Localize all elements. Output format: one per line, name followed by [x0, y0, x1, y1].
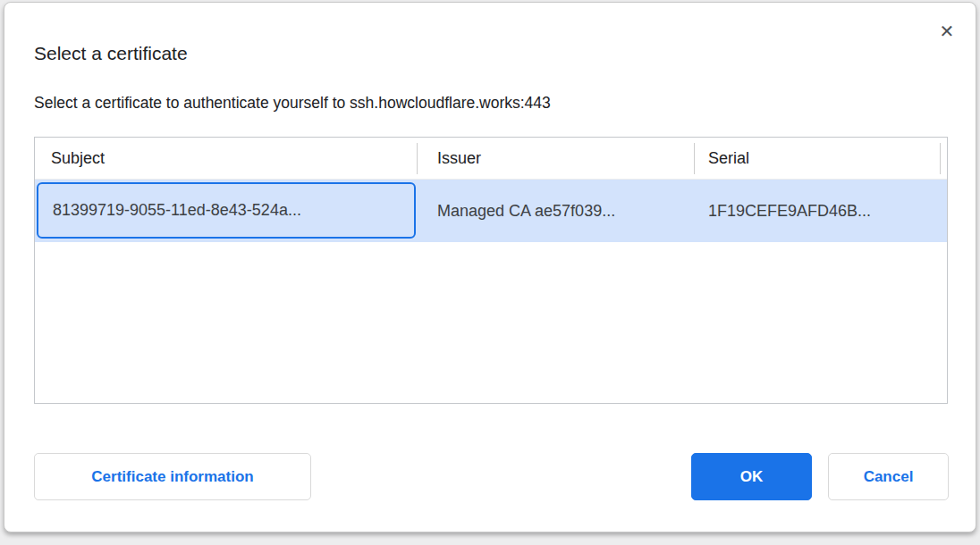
certificate-information-label: Certificate information	[91, 468, 253, 486]
table-row-certificate-selected[interactable]: 81399719-9055-11ed-8e43-524a... Managed …	[35, 180, 947, 242]
ok-label: OK	[740, 468, 764, 486]
cell-subject-focused[interactable]: 81399719-9055-11ed-8e43-524a...	[37, 182, 416, 239]
column-header-issuer: Issuer	[437, 138, 481, 180]
column-divider	[940, 143, 941, 174]
close-icon-glyph: ✕	[940, 19, 955, 44]
dialog-title: Select a certificate	[34, 43, 188, 64]
certificate-table: Subject Issuer Serial 81399719-9055-11ed…	[34, 137, 948, 404]
column-divider	[417, 143, 418, 174]
certificate-information-button[interactable]: Certificate information	[34, 453, 311, 500]
cell-issuer-value: Managed CA ae57f039...	[437, 180, 615, 242]
column-divider	[694, 143, 695, 174]
certificate-select-dialog: ✕ Select a certificate Select a certific…	[4, 2, 976, 532]
column-header-subject: Subject	[51, 138, 105, 180]
cell-serial-value: 1F19CEFE9AFD46B...	[708, 180, 871, 242]
dialog-subtitle: Select a certificate to authenticate you…	[34, 94, 551, 113]
table-header-row: Subject Issuer Serial	[35, 138, 947, 180]
cancel-button[interactable]: Cancel	[828, 453, 949, 500]
close-icon[interactable]: ✕	[934, 19, 959, 44]
cancel-label: Cancel	[864, 468, 914, 486]
ok-button[interactable]: OK	[691, 453, 812, 500]
column-header-serial: Serial	[708, 138, 749, 180]
cell-subject-value: 81399719-9055-11ed-8e43-524a...	[38, 201, 301, 220]
